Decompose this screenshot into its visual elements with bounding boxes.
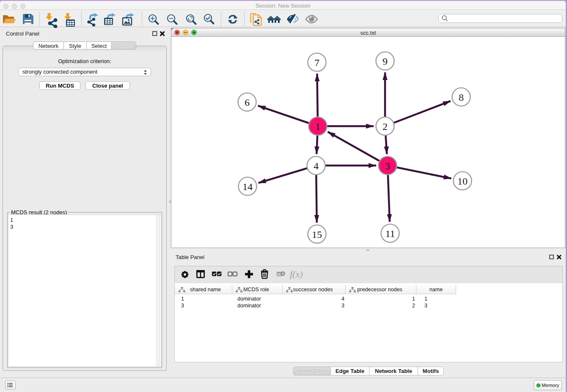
- svg-text:f(x): f(x): [290, 269, 303, 279]
- svg-text:8: 8: [459, 92, 464, 103]
- svg-text:1: 1: [315, 121, 320, 132]
- svg-text:3: 3: [385, 160, 390, 171]
- svg-text:6: 6: [245, 97, 250, 108]
- svg-text:11: 11: [385, 228, 395, 239]
- svg-text:7: 7: [314, 57, 319, 68]
- svg-text:9: 9: [383, 56, 388, 67]
- svg-text:14: 14: [242, 181, 253, 192]
- svg-text:4: 4: [314, 160, 319, 171]
- svg-text:15: 15: [312, 229, 322, 240]
- svg-text:10: 10: [457, 176, 468, 187]
- svg-text:2: 2: [383, 121, 388, 132]
